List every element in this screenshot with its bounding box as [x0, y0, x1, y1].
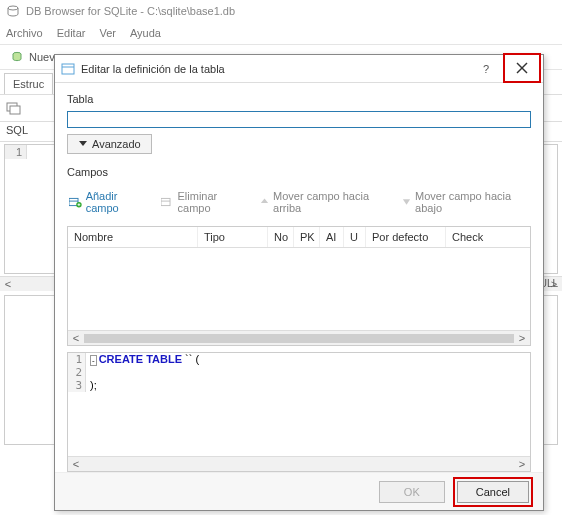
move-up-label: Mover campo hacia arriba [273, 190, 388, 214]
svg-rect-3 [10, 106, 20, 114]
line-number: 3 [68, 379, 86, 392]
dialog-icon [61, 62, 75, 76]
col-ai[interactable]: AI [320, 227, 344, 247]
table-name-label: Tabla [67, 93, 531, 105]
tab-structure[interactable]: Estruc [4, 73, 53, 94]
line-gutter: 1 [5, 145, 27, 159]
move-down-label: Mover campo hacia abajo [415, 190, 529, 214]
arrow-down-icon [402, 197, 411, 207]
edit-table-dialog: Editar la definición de la tabla ? Tabla… [54, 54, 544, 511]
col-pk[interactable]: PK [294, 227, 320, 247]
window-title: DB Browser for SQLite - C:\sqlite\base1.… [26, 5, 235, 17]
dialog-body: Tabla Avanzado Campos Añadir campo Elimi… [55, 83, 543, 472]
chevron-down-icon [78, 140, 88, 148]
fields-table: Nombre Tipo No PK AI U Por defecto Check… [67, 226, 531, 346]
advanced-button[interactable]: Avanzado [67, 134, 152, 154]
sql-keyword: CREATE TABLE [99, 353, 182, 365]
cancel-button[interactable]: Cancel [457, 481, 529, 503]
svg-rect-4 [62, 64, 74, 74]
move-up-button: Mover campo hacia arriba [260, 190, 388, 214]
col-type[interactable]: Tipo [198, 227, 268, 247]
fields-toolbar: Añadir campo Eliminar campo Mover campo … [67, 184, 531, 220]
col-default[interactable]: Por defecto [366, 227, 446, 247]
line-number: 1 [68, 353, 86, 366]
col-no[interactable]: No [268, 227, 294, 247]
close-button[interactable] [503, 53, 541, 83]
menu-edit[interactable]: Editar [57, 27, 86, 39]
dialog-titlebar: Editar la definición de la tabla ? [55, 55, 543, 83]
tables-icon [6, 101, 22, 115]
remove-field-icon [161, 196, 174, 208]
scroll-left-icon[interactable]: < [2, 278, 14, 290]
menu-file[interactable]: Archivo [6, 27, 43, 39]
dialog-footer: OK Cancel [55, 472, 543, 510]
line-number: 2 [68, 366, 86, 379]
advanced-label: Avanzado [92, 138, 141, 150]
fields-label: Campos [67, 166, 531, 178]
fields-hscroll[interactable]: < > [68, 330, 530, 345]
scroll-right-icon[interactable]: > [516, 332, 528, 344]
svg-rect-13 [161, 198, 170, 205]
collapse-marker[interactable]: - [90, 355, 97, 366]
sql-line[interactable]: -CREATE TABLE `` ( [86, 353, 203, 366]
fields-body[interactable] [68, 248, 530, 330]
move-down-button: Mover campo hacia abajo [402, 190, 529, 214]
new-db-label: Nuev [29, 51, 55, 63]
dialog-title: Editar la definición de la tabla [81, 63, 469, 75]
svg-point-0 [8, 6, 18, 10]
table-name-input[interactable] [67, 111, 531, 128]
menu-view[interactable]: Ver [99, 27, 116, 39]
sql-hscroll[interactable]: < > [68, 456, 530, 471]
app-icon [6, 4, 20, 18]
close-icon [516, 62, 528, 74]
ok-button: OK [379, 481, 445, 503]
col-name[interactable]: Nombre [68, 227, 198, 247]
fields-header: Nombre Tipo No PK AI U Por defecto Check [68, 227, 530, 248]
menu-bar: Archivo Editar Ver Ayuda [0, 22, 562, 44]
col-u[interactable]: U [344, 227, 366, 247]
sql-line[interactable] [86, 366, 94, 379]
remove-field-label: Eliminar campo [178, 190, 246, 214]
window-titlebar: DB Browser for SQLite - C:\sqlite\base1.… [0, 0, 562, 22]
sql-preview: 1-CREATE TABLE `` ( 2 3); < > [67, 352, 531, 472]
add-field-label: Añadir campo [86, 190, 147, 214]
scroll-left-icon[interactable]: < [70, 458, 82, 470]
database-new-icon [11, 50, 25, 64]
add-field-button[interactable]: Añadir campo [69, 190, 147, 214]
col-check[interactable]: Check [446, 227, 530, 247]
sql-text: `` ( [182, 353, 199, 365]
menu-help[interactable]: Ayuda [130, 27, 161, 39]
arrow-up-icon [260, 197, 269, 207]
remove-field-button: Eliminar campo [161, 190, 246, 214]
scroll-thumb[interactable] [84, 334, 514, 343]
add-field-icon [69, 196, 82, 208]
cancel-highlight: Cancel [453, 477, 533, 507]
scroll-left-icon[interactable]: < [70, 332, 82, 344]
sql-line[interactable]: ); [86, 379, 101, 392]
help-button[interactable]: ? [475, 63, 497, 75]
scroll-right-icon[interactable]: > [516, 458, 528, 470]
